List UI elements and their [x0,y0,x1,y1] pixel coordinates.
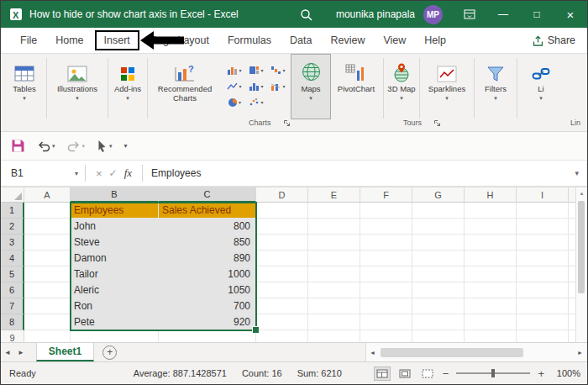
cell[interactable] [256,235,308,251]
cell[interactable] [360,203,412,219]
row-header-6[interactable]: 6 [1,282,24,298]
cell[interactable] [517,203,569,219]
cell[interactable] [308,298,360,314]
col-header-h[interactable]: H [465,187,517,203]
cell[interactable] [360,298,412,314]
row-header-8[interactable]: 8 [1,314,24,330]
col-header-f[interactable]: F [360,187,412,203]
tab-help[interactable]: Help [415,30,455,50]
col-header-d[interactable]: D [256,187,308,203]
cell[interactable] [24,282,71,298]
insert-pie-chart-button[interactable]: ▾ [223,94,245,110]
cell-b1[interactable]: Employees [71,203,159,219]
tab-formulas[interactable]: Formulas [218,30,281,50]
insert-combo-chart-button[interactable]: ▾ [267,78,289,94]
cell[interactable] [308,282,360,298]
cell[interactable] [517,219,569,235]
cell[interactable] [412,330,465,342]
view-page-layout-button[interactable] [397,367,412,380]
illustrations-button[interactable]: Illustrations ▾ [48,55,107,119]
cell-b2[interactable]: John [71,219,159,235]
tab-file[interactable]: File [11,30,46,50]
insert-waterfall-chart-button[interactable]: ▾ [267,62,289,78]
cell[interactable] [71,330,159,342]
cell-b8[interactable]: Pete [71,314,159,330]
cell[interactable] [465,203,517,219]
tables-button[interactable]: Tables ▾ [3,55,45,119]
cell[interactable] [24,219,71,235]
cell[interactable] [412,298,465,314]
account-name[interactable]: mounika pinapala [336,8,415,20]
cell[interactable] [465,266,517,282]
cell[interactable] [360,266,412,282]
tab-page-layout[interactable]: Page Layout [141,30,218,50]
cell[interactable] [465,235,517,251]
cell[interactable] [517,282,569,298]
tab-home[interactable]: Home [46,30,92,50]
cell-b7[interactable]: Ron [71,298,159,314]
charts-dialog-launcher-icon[interactable] [283,119,291,127]
close-button[interactable]: × [554,1,587,28]
vertical-scrollbar[interactable]: ▴ [575,187,587,342]
zoom-out-button[interactable]: − [443,367,449,380]
cell[interactable] [465,330,517,342]
search-icon[interactable] [300,8,312,21]
cell[interactable] [24,266,71,282]
insert-hierarchy-chart-button[interactable]: ▾ [245,62,267,78]
tab-insert[interactable]: Insert [95,30,139,50]
cell[interactable] [517,314,569,330]
insert-function-icon[interactable]: fx [124,166,132,180]
cell[interactable] [308,266,360,282]
cell-c6[interactable]: 1050 [159,282,256,298]
cell[interactable] [517,251,569,266]
sheet-tab-sheet1[interactable]: Sheet1 [36,343,94,361]
view-page-break-button[interactable] [420,367,435,380]
cell[interactable] [308,235,360,251]
touch-mouse-mode-button[interactable]: ▾ [97,140,113,152]
cell[interactable] [412,203,465,219]
cell[interactable] [256,251,308,266]
cell[interactable] [256,203,308,219]
cell[interactable] [465,251,517,266]
sparklines-button[interactable]: Sparklines ▾ [421,55,473,119]
cell[interactable] [412,219,465,235]
cell[interactable] [256,282,308,298]
ribbon-display-options-button[interactable] [453,1,486,28]
cell[interactable] [465,282,517,298]
save-button[interactable] [11,139,25,153]
link-button[interactable]: Li ▾ [518,55,564,119]
cell-c8[interactable]: 920 [159,314,256,330]
row-header-2[interactable]: 2 [1,219,24,235]
cell[interactable] [308,219,360,235]
cell[interactable] [360,314,412,330]
minimize-button[interactable]: — [486,1,520,28]
insert-line-chart-button[interactable]: ▾ [223,78,245,94]
cell[interactable] [360,251,412,266]
cell-b5[interactable]: Tailor [71,266,159,282]
cell[interactable] [517,330,569,342]
cell[interactable] [360,330,412,342]
cell[interactable] [308,330,360,342]
cell[interactable] [517,235,569,251]
col-header-g[interactable]: G [412,187,465,203]
cell[interactable] [24,235,71,251]
cell[interactable] [256,330,308,342]
view-normal-button[interactable] [375,367,390,380]
row-header-4[interactable]: 4 [1,251,24,266]
tours-dialog-launcher-icon[interactable] [433,119,441,127]
cell-b4[interactable]: Damon [71,251,159,266]
cell[interactable] [159,330,256,342]
cell-c5[interactable]: 1000 [159,266,256,282]
zoom-slider-thumb[interactable] [491,369,495,377]
cell-b6[interactable]: Aleric [71,282,159,298]
cell[interactable] [360,219,412,235]
maps-button[interactable]: Maps ▾ [291,55,330,119]
tab-review[interactable]: Review [321,30,374,50]
cell[interactable] [256,219,308,235]
zoom-slider[interactable] [456,372,530,374]
sheet-nav-right-icon[interactable]: ► [14,349,28,356]
pivotchart-button[interactable]: PivotChart [330,55,382,119]
col-header-c[interactable]: C [159,187,256,203]
enter-icon[interactable]: ✓ [109,167,118,179]
col-header-a[interactable]: A [24,187,71,203]
